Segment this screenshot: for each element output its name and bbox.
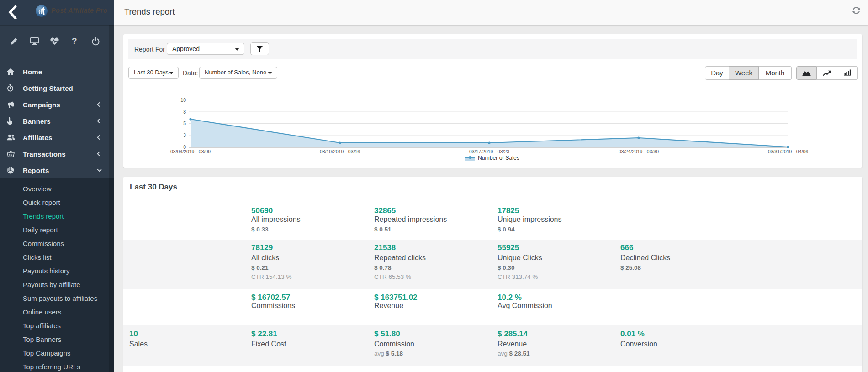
svg-text:Number of Sales: Number of Sales <box>478 155 519 161</box>
svg-text:8: 8 <box>183 109 186 115</box>
svg-text:5: 5 <box>183 121 186 126</box>
svg-text:03/24/2019 - 03/30: 03/24/2019 - 03/30 <box>619 149 659 154</box>
svg-text:03/17/2019 - 03/23: 03/17/2019 - 03/23 <box>469 149 509 154</box>
svg-text:3: 3 <box>183 132 186 138</box>
svg-text:03/03/2019 - 03/09: 03/03/2019 - 03/09 <box>170 149 211 154</box>
svg-text:03/10/2019 - 03/16: 03/10/2019 - 03/16 <box>320 149 360 154</box>
svg-text:10: 10 <box>180 97 186 103</box>
svg-text:03/31/2019 - 04/06: 03/31/2019 - 04/06 <box>768 149 808 154</box>
